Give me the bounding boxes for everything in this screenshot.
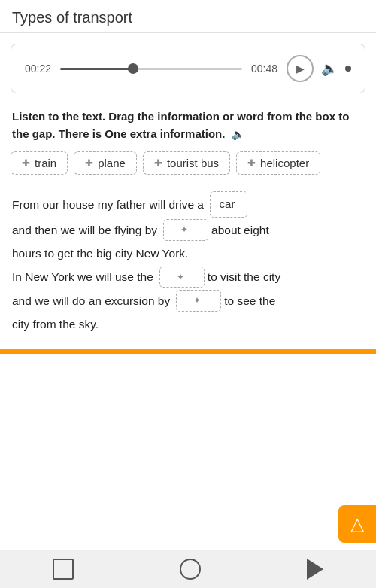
sentence-1-pre: From our house my father will drive a — [12, 193, 204, 215]
sentence-5: and we will do an excursion by ✦ to see … — [12, 290, 364, 312]
gap-excursion-transport[interactable]: ✦ — [176, 290, 221, 312]
gap-new-york-transport[interactable]: ✦ — [159, 267, 205, 288]
orange-bar — [0, 349, 376, 354]
audio-player: 00:22 00:48 ▶ 🔈 — [11, 44, 365, 93]
sentence-5-post: to see the — [224, 290, 275, 312]
gap-car-label: car — [220, 193, 235, 215]
sentence-6-text: city from the sky. — [12, 313, 99, 335]
word-chip-plane-label: plane — [98, 157, 126, 169]
move-icon-tourist-bus: ✚ — [154, 157, 162, 169]
sentence-6: city from the sky. — [12, 313, 364, 335]
sentence-2-post: about eight — [211, 219, 269, 241]
audio-time-end: 00:48 — [251, 62, 277, 75]
sentence-2-pre: and then we will be flying by — [12, 219, 157, 241]
play-button[interactable]: ▶ — [287, 55, 314, 82]
sentence-4-post: to visit the city — [208, 266, 280, 288]
sentence-4: In New York we will use the ✦ to visit t… — [12, 266, 364, 288]
page-container: Types of transport 00:22 00:48 ▶ 🔈 Liste… — [0, 0, 376, 588]
word-chip-train-label: train — [35, 157, 56, 169]
word-chip-helicopter[interactable]: ✚ helicopter — [236, 151, 320, 175]
volume-dot — [345, 66, 351, 72]
nav-triangle-button[interactable] — [307, 559, 323, 580]
gap-move-icon-1: ✦ — [180, 221, 188, 239]
sentence-1: From our house my father will drive a ca… — [12, 191, 364, 218]
volume-icon[interactable]: 🔈 — [321, 60, 338, 77]
instructions: Listen to the text. Drag the information… — [0, 101, 376, 151]
word-chip-tourist-bus-label: tourist bus — [167, 157, 219, 169]
word-chip-train[interactable]: ✚ train — [11, 151, 68, 175]
gap-flying-by[interactable]: ✦ — [163, 219, 208, 241]
page-title: Types of transport — [12, 9, 364, 26]
gap-car[interactable]: car — [210, 191, 247, 218]
nav-circle-button[interactable] — [180, 559, 201, 580]
sentence-3-text: hours to get the big city New York. — [12, 242, 188, 264]
header: Types of transport — [0, 0, 376, 33]
bottom-nav — [0, 550, 376, 588]
audio-progress-bar[interactable] — [60, 67, 242, 70]
audio-track — [60, 68, 242, 70]
move-icon-train: ✚ — [22, 157, 30, 169]
move-icon-plane: ✚ — [85, 157, 93, 169]
speaker-icon[interactable]: 🔈 — [232, 126, 244, 142]
word-bank: ✚ train ✚ plane ✚ tourist bus ✚ helicopt… — [0, 151, 376, 185]
gap-move-icon-3: ✦ — [193, 292, 201, 309]
gap-move-icon-2: ✦ — [177, 269, 184, 286]
word-chip-helicopter-label: helicopter — [260, 157, 309, 169]
move-icon-helicopter: ✚ — [247, 157, 256, 169]
word-chip-plane[interactable]: ✚ plane — [74, 151, 137, 175]
sentence-4-pre: In New York we will use the — [12, 266, 153, 288]
warning-button[interactable]: △ — [338, 505, 376, 543]
instructions-text: Listen to the text. Drag the information… — [12, 110, 349, 140]
text-content: From our house my father will drive a ca… — [0, 185, 376, 349]
audio-thumb — [128, 63, 138, 74]
sentence-2: and then we will be flying by ✦ about ei… — [12, 219, 364, 241]
audio-controls: ▶ 🔈 — [287, 55, 351, 82]
warning-icon: △ — [350, 513, 364, 535]
word-chip-tourist-bus[interactable]: ✚ tourist bus — [143, 151, 230, 175]
sentence-3: hours to get the big city New York. — [12, 242, 364, 264]
nav-square-button[interactable] — [53, 559, 74, 580]
audio-time-start: 00:22 — [25, 62, 51, 75]
sentence-5-pre: and we will do an excursion by — [12, 290, 170, 312]
audio-fill — [60, 68, 133, 70]
